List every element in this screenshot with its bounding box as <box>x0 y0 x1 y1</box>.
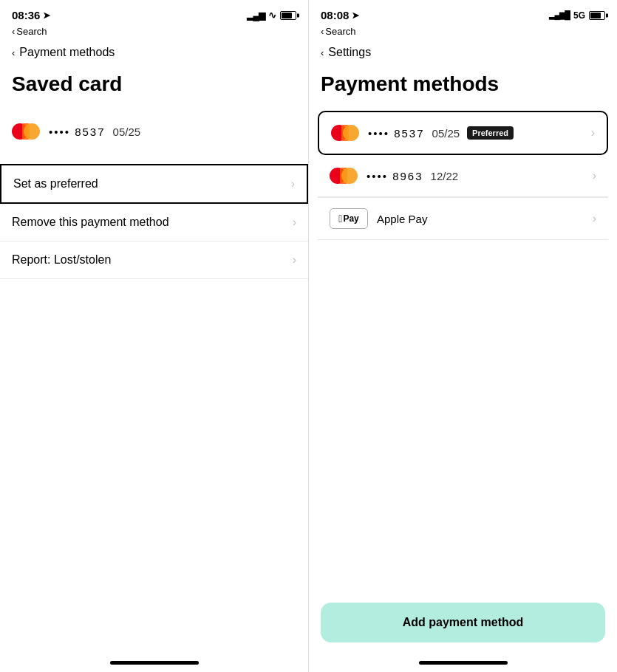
right-location-icon: ➤ <box>352 10 359 21</box>
right-mastercard-logo-2 <box>330 165 358 186</box>
left-search-back[interactable]: ‹ Search <box>0 24 308 41</box>
right-search-back[interactable]: ‹ Search <box>309 24 617 41</box>
set-as-preferred-chevron: › <box>291 177 295 191</box>
apple-pay-info: Apple Pay <box>377 213 584 225</box>
left-status-bar: 08:36 ➤ ▂▄▆ ∿ <box>0 0 308 24</box>
right-card-1-chevron: › <box>591 126 595 140</box>
right-card-2-chevron: › <box>593 169 596 182</box>
apple-pay-logo:  Pay <box>330 208 368 229</box>
right-card-2[interactable]: •••• 8963 12/22 › <box>318 155 608 197</box>
left-home-indicator <box>110 661 199 665</box>
left-card-expiry: 05/25 <box>113 126 141 138</box>
right-card-1-highlighted[interactable]: •••• 8537 05/25 Preferred › <box>318 111 608 155</box>
right-card-1[interactable]: •••• 8537 05/25 Preferred › <box>319 112 607 154</box>
right-nav-label[interactable]: Settings <box>328 46 371 59</box>
apple-pay-label: Apple Pay <box>377 213 427 225</box>
right-panel: 08:08 ➤ ▂▄▆█ 5G ‹ Search ‹ Settings Paym… <box>309 0 617 672</box>
right-signal-bars-icon: ▂▄▆█ <box>549 10 570 20</box>
left-page-title: Saved card <box>0 66 308 111</box>
wifi-icon: ∿ <box>268 10 276 21</box>
apple-pay-chevron: › <box>593 212 596 225</box>
left-search-label[interactable]: Search <box>16 26 47 37</box>
report-lost-label: Report: Lost/stolen <box>12 253 111 267</box>
left-nav-back[interactable]: ‹ Payment methods <box>0 41 308 66</box>
apple-pay-container:  Pay Apple Pay › <box>318 197 608 240</box>
set-as-preferred-item[interactable]: Set as preferred › <box>0 164 308 204</box>
right-status-bar: 08:08 ➤ ▂▄▆█ 5G <box>309 0 617 24</box>
left-time: 08:36 ➤ <box>12 9 50 21</box>
report-lost-item[interactable]: Report: Lost/stolen › <box>0 241 308 279</box>
left-panel: 08:36 ➤ ▂▄▆ ∿ ‹ Search ‹ Payment methods… <box>0 0 309 672</box>
right-card-2-info: •••• 8963 12/22 <box>367 170 584 182</box>
right-battery-icon <box>589 11 605 20</box>
left-search-chevron: ‹ <box>12 26 15 37</box>
right-card-1-expiry: 05/25 <box>432 127 460 140</box>
right-card-2-dots: •••• 8963 <box>367 170 423 182</box>
mastercard-logo <box>12 121 40 142</box>
remove-payment-label: Remove this payment method <box>12 216 169 229</box>
right-time: 08:08 ➤ <box>321 9 359 21</box>
battery-icon <box>280 11 296 20</box>
right-5g-label: 5G <box>573 10 585 21</box>
left-card-dots: •••• 8537 <box>49 126 106 138</box>
right-mastercard-logo-1 <box>331 123 359 143</box>
remove-payment-item[interactable]: Remove this payment method › <box>0 204 308 241</box>
left-nav-chevron: ‹ <box>12 47 15 58</box>
signal-bars-icon: ▂▄▆ <box>247 10 265 21</box>
preferred-badge: Preferred <box>467 126 514 140</box>
left-status-icons: ▂▄▆ ∿ <box>247 10 296 21</box>
right-home-indicator <box>419 661 508 665</box>
apple-pay-item[interactable]:  Pay Apple Pay › <box>318 197 608 240</box>
right-status-icons: ▂▄▆█ 5G <box>549 10 605 21</box>
left-card-info: •••• 8537 05/25 <box>49 126 296 138</box>
right-card-2-container: •••• 8963 12/22 › <box>318 155 608 197</box>
report-lost-chevron: › <box>293 253 296 267</box>
remove-payment-chevron: › <box>293 216 296 229</box>
right-card-2-expiry: 12/22 <box>431 170 459 182</box>
left-menu-section: Set as preferred › Remove this payment m… <box>0 164 308 279</box>
left-nav-label[interactable]: Payment methods <box>19 46 115 59</box>
right-nav-back[interactable]: ‹ Settings <box>309 41 617 66</box>
right-search-chevron: ‹ <box>321 26 324 37</box>
right-search-label[interactable]: Search <box>325 26 355 37</box>
add-payment-method-button[interactable]: Add payment method <box>321 603 605 642</box>
right-nav-chevron: ‹ <box>321 47 324 58</box>
left-card-item: •••• 8537 05/25 <box>12 111 296 152</box>
set-as-preferred-label: Set as preferred <box>13 177 98 191</box>
right-page-title: Payment methods <box>309 66 617 111</box>
right-card-1-info: •••• 8537 05/25 Preferred <box>368 126 582 140</box>
location-icon: ➤ <box>43 10 50 21</box>
left-card-section: •••• 8537 05/25 <box>0 111 308 152</box>
right-card-1-dots: •••• 8537 <box>368 127 425 140</box>
